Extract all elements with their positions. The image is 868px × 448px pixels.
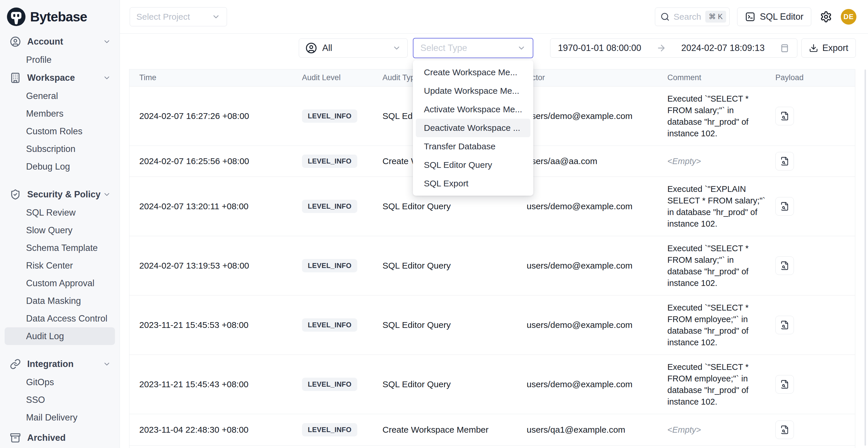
sidebar-item-custom-roles[interactable]: Custom Roles bbox=[0, 122, 120, 140]
view-payload-button[interactable] bbox=[775, 316, 794, 334]
menu-item-transfer-database[interactable]: Transfer Database bbox=[413, 137, 533, 156]
search-input[interactable]: Search ⌘ K bbox=[655, 7, 730, 26]
table-row: 2024-02-07 13:19:53 +08:00 LEVEL_INFO SQ… bbox=[129, 236, 855, 295]
level-badge: LEVEL_INFO bbox=[302, 259, 357, 272]
sidebar-item-general[interactable]: General bbox=[0, 87, 120, 105]
audit-comment: Executed `"SELECT * FROM department;"` i… bbox=[668, 445, 775, 448]
chevron-down-icon bbox=[103, 38, 111, 46]
arrow-right-icon bbox=[656, 43, 666, 53]
sidebar-item-sso[interactable]: SSO bbox=[0, 391, 120, 409]
level-badge: LEVEL_INFO bbox=[302, 109, 357, 123]
type-filter-select[interactable]: Select Type bbox=[413, 38, 533, 58]
search-shortcut-badge: ⌘ K bbox=[705, 11, 726, 23]
file-search-icon bbox=[780, 111, 789, 121]
sidebar-item-account[interactable]: Account bbox=[0, 32, 120, 51]
view-payload-button[interactable] bbox=[775, 375, 794, 393]
chevron-down-icon bbox=[212, 12, 220, 21]
search-placeholder: Search bbox=[674, 12, 701, 22]
sidebar-item-sql-review[interactable]: SQL Review bbox=[0, 204, 120, 221]
audit-time: 2024-02-07 13:19:53 +08:00 bbox=[129, 236, 302, 295]
brand-logo[interactable]: Bytebase bbox=[0, 0, 120, 32]
sidebar-nav: Account Profile Workspace General Member… bbox=[0, 32, 120, 447]
audit-type: SQL Editor Query bbox=[382, 236, 527, 295]
sidebar-item-schema-template[interactable]: Schema Template bbox=[0, 239, 120, 257]
audit-actor: users/demo@example.com bbox=[527, 295, 668, 354]
audit-comment: Executed `"SELECT * FROM salary;"` in da… bbox=[668, 236, 775, 295]
shield-check-icon bbox=[10, 189, 21, 200]
audit-level: LEVEL_INFO bbox=[302, 236, 382, 295]
audit-actor: users/qa1@example.com bbox=[527, 414, 668, 445]
sidebar: Bytebase Account Profile Workspace Gener… bbox=[0, 0, 120, 448]
view-payload-button[interactable] bbox=[775, 152, 794, 170]
project-select[interactable]: Select Project bbox=[130, 7, 227, 26]
sidebar-item-data-access-control[interactable]: Data Access Control bbox=[0, 310, 120, 327]
chevron-down-icon bbox=[103, 190, 111, 198]
menu-item-create-workspace-member[interactable]: Create Workspace Me... bbox=[413, 63, 533, 82]
sidebar-item-debug-log[interactable]: Debug Log bbox=[0, 158, 120, 175]
sidebar-item-slow-query[interactable]: Slow Query bbox=[0, 221, 120, 239]
level-badge: LEVEL_INFO bbox=[302, 423, 357, 437]
column-header-payload: Payload bbox=[775, 69, 855, 86]
audit-type: SQL Editor Query bbox=[382, 445, 527, 448]
sidebar-item-profile[interactable]: Profile bbox=[0, 51, 120, 69]
date-range-picker[interactable]: 1970-01-01 08:00:00 2024-02-07 18:09:13 bbox=[550, 38, 797, 58]
terminal-icon bbox=[745, 11, 755, 22]
sidebar-item-gitops[interactable]: GitOps bbox=[0, 373, 120, 391]
user-avatar[interactable]: DE bbox=[841, 9, 857, 25]
file-search-icon bbox=[780, 425, 789, 435]
audit-actor: users/aa@aa.com bbox=[527, 146, 668, 177]
sidebar-item-workspace[interactable]: Workspace bbox=[0, 69, 120, 87]
view-payload-button[interactable] bbox=[775, 197, 794, 216]
actor-filter-value: All bbox=[322, 43, 332, 53]
column-header-audit-level: Audit Level bbox=[302, 69, 382, 86]
chevron-down-icon bbox=[103, 360, 111, 368]
sidebar-item-members[interactable]: Members bbox=[0, 105, 120, 122]
sidebar-item-audit-log[interactable]: Audit Log bbox=[5, 327, 115, 345]
audit-level: LEVEL_INFO bbox=[302, 414, 382, 445]
actor-filter-select[interactable]: All bbox=[299, 38, 408, 58]
table-row: 2023-11-04 21:26:34 +08:00 LEVEL_INFO SQ… bbox=[129, 445, 855, 448]
menu-item-activate-workspace-member[interactable]: Activate Workspace Me... bbox=[413, 100, 533, 119]
link-icon bbox=[10, 359, 21, 370]
menu-item-update-workspace-member[interactable]: Update Workspace Me... bbox=[413, 82, 533, 100]
audit-actor: users/demo@example.com bbox=[527, 445, 668, 448]
sidebar-item-mail-delivery[interactable]: Mail Delivery bbox=[0, 409, 120, 426]
sidebar-item-archived[interactable]: Archived bbox=[0, 428, 120, 447]
audit-comment: <Empty> bbox=[668, 146, 775, 177]
level-badge: LEVEL_INFO bbox=[302, 200, 357, 213]
type-filter-placeholder: Select Type bbox=[421, 43, 467, 53]
table-row: 2023-11-21 15:45:53 +08:00 LEVEL_INFO SQ… bbox=[129, 295, 855, 354]
audit-time: 2023-11-21 15:45:43 +08:00 bbox=[129, 354, 302, 414]
archive-icon bbox=[10, 433, 21, 443]
audit-time: 2024-02-07 16:25:56 +08:00 bbox=[129, 146, 302, 177]
audit-comment: Executed `"EXPLAIN SELECT * FROM salary;… bbox=[668, 177, 775, 236]
date-from-value: 1970-01-01 08:00:00 bbox=[558, 43, 641, 53]
menu-item-deactivate-workspace-member[interactable]: Deactivate Workspace ... bbox=[416, 119, 530, 137]
audit-type: SQL Editor Query bbox=[382, 295, 527, 354]
audit-time: 2023-11-04 22:48:30 +08:00 bbox=[129, 414, 302, 445]
view-payload-button[interactable] bbox=[775, 256, 794, 275]
user-circle-icon bbox=[305, 42, 317, 54]
sidebar-item-risk-center[interactable]: Risk Center bbox=[0, 257, 120, 274]
export-button[interactable]: Export bbox=[801, 38, 856, 58]
sidebar-item-data-masking[interactable]: Data Masking bbox=[0, 292, 120, 310]
audit-comment: Executed `"SELECT * FROM employee;"` in … bbox=[668, 354, 775, 414]
sidebar-item-integration[interactable]: Integration bbox=[0, 355, 120, 373]
audit-type: Create Workspace Member bbox=[382, 414, 527, 445]
table-row: 2023-11-21 15:45:43 +08:00 LEVEL_INFO SQ… bbox=[129, 354, 855, 414]
audit-level: LEVEL_INFO bbox=[302, 177, 382, 236]
sidebar-item-subscription[interactable]: Subscription bbox=[0, 140, 120, 158]
vertical-scrollbar[interactable] bbox=[865, 69, 866, 446]
brand-name: Bytebase bbox=[30, 9, 87, 25]
chevron-down-icon bbox=[392, 44, 401, 53]
view-payload-button[interactable] bbox=[775, 420, 794, 439]
menu-item-sql-editor-query[interactable]: SQL Editor Query bbox=[413, 156, 533, 174]
building-icon bbox=[10, 72, 21, 83]
sidebar-item-custom-approval[interactable]: Custom Approval bbox=[0, 274, 120, 292]
audit-time: 2024-02-07 16:27:26 +08:00 bbox=[129, 86, 302, 146]
sidebar-item-security-policy[interactable]: Security & Policy bbox=[0, 185, 120, 204]
gear-icon[interactable] bbox=[820, 11, 832, 23]
sql-editor-button[interactable]: SQL Editor bbox=[737, 7, 811, 26]
view-payload-button[interactable] bbox=[775, 107, 794, 125]
menu-item-sql-export[interactable]: SQL Export bbox=[413, 174, 533, 193]
